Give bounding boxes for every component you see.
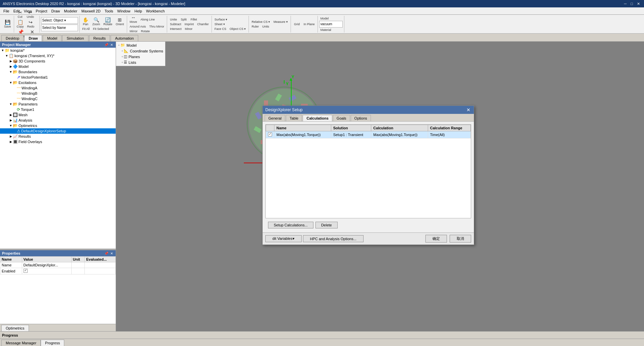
model-tree-item-lists[interactable]: + ☰ Lists bbox=[117, 59, 164, 65]
minimize-button[interactable]: ─ bbox=[623, 2, 628, 6]
tab-optimetrics[interactable]: Optimetrics bbox=[1, 325, 29, 331]
rotate2-button[interactable]: Rotate bbox=[140, 29, 151, 34]
along-line-button[interactable]: Along Line bbox=[139, 17, 156, 22]
tab-model[interactable]: Model bbox=[43, 35, 62, 41]
dialog-tab-options[interactable]: Options bbox=[351, 115, 371, 121]
fit-selected-button[interactable]: Fit Selected bbox=[92, 27, 111, 31]
hpc-options-button[interactable]: HPC and Analysis Options... bbox=[303, 235, 364, 242]
pan-button[interactable]: ✋ Pan bbox=[81, 17, 90, 27]
grid-button[interactable]: Grid bbox=[292, 22, 302, 27]
in-plane-button[interactable]: In Plane bbox=[302, 22, 316, 27]
menu-draw[interactable]: Draw bbox=[49, 8, 62, 14]
table-row[interactable]: Max(abs(Moving1.Torque)) Setup1 : Transi… bbox=[266, 131, 471, 138]
undo-button[interactable]: ↩ Undo bbox=[26, 9, 36, 19]
dialog-tab-goals[interactable]: Goals bbox=[333, 115, 350, 121]
model-tree-item-model[interactable]: + 📁 Model bbox=[117, 42, 164, 48]
pm-close-button[interactable]: ✕ bbox=[110, 43, 114, 47]
enabled-checkbox[interactable] bbox=[24, 269, 28, 273]
model-dropdown-btn[interactable]: Model bbox=[319, 16, 330, 21]
tree-item-3dcomp[interactable]: ▶ 📦 3D Components bbox=[0, 58, 116, 64]
edit-variables-button[interactable]: dit Variables▾ bbox=[265, 235, 302, 242]
project-tree[interactable]: ▼ 📁 kongzai* ▼ 📋 kongzai (Transient, XY)… bbox=[0, 48, 116, 249]
tab-desktop[interactable]: Desktop bbox=[1, 35, 24, 41]
setup-calculations-button[interactable]: Setup Calculations... bbox=[268, 222, 313, 228]
tree-item-field-overlays[interactable]: ▶ 🔳 Field Overlays bbox=[0, 139, 116, 144]
tab-progress[interactable]: Progress bbox=[41, 340, 64, 346]
menu-file[interactable]: File bbox=[1, 8, 11, 14]
orient-button[interactable]: ⊞ Orient bbox=[114, 17, 125, 27]
ruler-button[interactable]: Ruler bbox=[250, 24, 260, 29]
material-button[interactable]: Material bbox=[319, 28, 333, 32]
menu-tools[interactable]: Tools bbox=[103, 8, 115, 14]
tab-message-manager[interactable]: Message Manager bbox=[1, 340, 41, 346]
tree-item-optimetrics[interactable]: ▼ 📂 Optimetrics bbox=[0, 123, 116, 128]
around-axis-button[interactable]: Around Axis bbox=[128, 24, 147, 29]
dialog-close-button[interactable]: ✕ bbox=[466, 107, 471, 113]
measure-button[interactable]: Measure ▾ bbox=[272, 19, 289, 24]
save-button[interactable]: 💾 Save bbox=[3, 19, 12, 29]
tree-item-model[interactable]: ▶ 🔷 Model bbox=[0, 64, 116, 69]
copy-button[interactable]: 📋 Copy bbox=[15, 19, 25, 29]
rotate-button[interactable]: 🔄 Rotate bbox=[102, 17, 114, 27]
face-cs-button[interactable]: Face CS bbox=[213, 27, 228, 31]
tab-simulation[interactable]: Simulation bbox=[62, 35, 88, 41]
minor-button[interactable]: Minor bbox=[184, 27, 194, 31]
tree-item-mesh[interactable]: ▶ 🔲 Mesh bbox=[0, 112, 116, 118]
redo-button[interactable]: ↪ Redo bbox=[26, 19, 36, 29]
tree-item-windingc[interactable]: 〰 WindingC bbox=[0, 96, 116, 101]
tree-item-windingb[interactable]: 〰 WindingB bbox=[0, 91, 116, 96]
object-cs-button[interactable]: Object CS ▾ bbox=[228, 27, 248, 31]
thru-mirror-button[interactable]: Thru Mirror bbox=[148, 24, 166, 29]
move-button[interactable]: ↔ Move bbox=[128, 14, 139, 24]
zoom-button[interactable]: 🔍 Zoom bbox=[91, 17, 102, 27]
cancel-button[interactable]: 取消 bbox=[450, 235, 471, 243]
units-button[interactable]: Units bbox=[261, 24, 271, 29]
chamfer-button[interactable]: Chamfer bbox=[196, 22, 210, 27]
menu-help[interactable]: Help bbox=[132, 8, 144, 14]
cut-button[interactable]: ✂ Cut bbox=[15, 9, 25, 19]
tree-item-transient[interactable]: ▼ 📋 kongzai (Transient, XY)* bbox=[0, 53, 116, 58]
unite-button[interactable]: Unite bbox=[168, 17, 178, 22]
model-tree-item-coordsys[interactable]: + 📐 Coordinate Systems bbox=[117, 48, 164, 54]
menu-modeler[interactable]: Modeler bbox=[62, 8, 79, 14]
surface-button[interactable]: Surface ▾ bbox=[213, 17, 229, 22]
tree-item-analysis[interactable]: ▶ 📊 Analysis bbox=[0, 118, 116, 123]
select-by-name-dropdown[interactable]: Select by Name bbox=[41, 25, 78, 31]
menu-workbench[interactable]: Workbench bbox=[144, 8, 166, 14]
model-tree-item-planes[interactable]: + ◫ Planes bbox=[117, 54, 164, 59]
prop-pin-button[interactable]: 📌 bbox=[104, 252, 109, 255]
material-dropdown[interactable]: vacuum bbox=[319, 21, 343, 28]
fit-all-button[interactable]: Fit All bbox=[81, 27, 91, 31]
dialog-tab-calculations[interactable]: Calculations bbox=[303, 115, 332, 121]
menu-maxwell2d[interactable]: Maxwell 2D bbox=[79, 8, 103, 14]
close-button[interactable]: ✕ bbox=[636, 2, 641, 6]
sheet-button[interactable]: Sheet ▾ bbox=[213, 22, 226, 27]
dialog-tab-table[interactable]: Table bbox=[286, 115, 302, 121]
tree-item-boundaries[interactable]: ▼ 📂 Boundaries bbox=[0, 69, 116, 75]
prop-close-button[interactable]: ✕ bbox=[110, 252, 114, 255]
tree-item-kongzai[interactable]: ▼ 📁 kongzai* bbox=[0, 48, 116, 53]
tree-item-windinga[interactable]: 〰 WindingA bbox=[0, 85, 116, 91]
tree-item-vectorpotential[interactable]: ↗ VectorPotential1 bbox=[0, 75, 116, 80]
dialog-tab-general[interactable]: General bbox=[265, 115, 285, 121]
tree-item-excitations[interactable]: ▼ 📂 Excitations bbox=[0, 80, 116, 85]
split-button[interactable]: Split bbox=[179, 17, 188, 22]
tree-item-torque1[interactable]: ⟳ Torque1 bbox=[0, 107, 116, 112]
subtract-button[interactable]: Subtract bbox=[168, 22, 183, 27]
delete-calculation-button[interactable]: Delete bbox=[315, 222, 338, 228]
restore-button[interactable]: □ bbox=[629, 2, 634, 6]
relative-cs-button[interactable]: Relative CS ▾ bbox=[250, 19, 271, 24]
intersect-button[interactable]: Intersect bbox=[168, 27, 183, 31]
imprint-button[interactable]: Imprint bbox=[183, 22, 195, 27]
tree-item-default-design-xplorer[interactable]: ⚠ DefaultDesignXplorerSetup bbox=[0, 128, 116, 134]
mirror-button[interactable]: Mirror bbox=[128, 29, 139, 34]
menu-window[interactable]: Window bbox=[115, 8, 132, 14]
tab-automation[interactable]: Automation bbox=[111, 35, 138, 41]
pm-pin-button[interactable]: 📌 bbox=[104, 43, 109, 47]
tab-results[interactable]: Results bbox=[89, 35, 110, 41]
viewport[interactable]: + 📁 Model + 📐 Coordinate Systems + ◫ Pla… bbox=[116, 42, 644, 331]
ok-button[interactable]: 确定 bbox=[425, 235, 447, 243]
tab-draw[interactable]: Draw bbox=[24, 35, 42, 41]
tree-item-results[interactable]: ▶ 📈 Results bbox=[0, 134, 116, 139]
fillet-button[interactable]: Fillet bbox=[189, 17, 198, 22]
